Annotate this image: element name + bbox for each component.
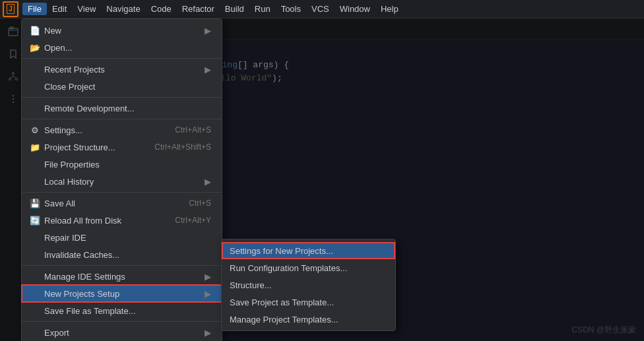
- menu-open[interactable]: 📂 Open...: [22, 39, 222, 56]
- menu-project-structure[interactable]: 📁 Project Structure... Ctrl+Alt+Shift+S: [22, 139, 222, 156]
- menu-repair-ide[interactable]: Repair IDE: [22, 229, 222, 246]
- menu-file-properties[interactable]: File Properties: [22, 156, 222, 173]
- menu-close-project[interactable]: Close Project: [22, 78, 222, 95]
- cache-icon: [30, 249, 40, 260]
- submenu-structure[interactable]: Structure...: [222, 276, 395, 294]
- menu-new-projects-setup[interactable]: New Projects Setup ▶: [22, 285, 222, 302]
- submenu-save-project-template[interactable]: Save Project as Template...: [222, 294, 395, 311]
- sep-1: [22, 58, 222, 59]
- menu-local-history[interactable]: Local History ▶: [22, 173, 222, 190]
- menu-remote-dev[interactable]: Remote Development...: [22, 100, 222, 117]
- menu-window[interactable]: Window: [335, 3, 375, 15]
- sep-5: [22, 265, 222, 266]
- menu-vcs[interactable]: VCS: [306, 3, 335, 15]
- menu-navigate[interactable]: Navigate: [101, 3, 145, 15]
- file-props-icon: [30, 159, 40, 170]
- remote-icon: [30, 103, 40, 113]
- menu-refactor[interactable]: Refactor: [177, 3, 220, 15]
- export-icon: [30, 327, 40, 338]
- repair-icon: [30, 232, 40, 243]
- menu-reload-disk[interactable]: 🔄 Reload All from Disk Ctrl+Alt+Y: [22, 212, 222, 229]
- reload-icon: 🔄: [30, 215, 40, 226]
- menu-code[interactable]: Code: [146, 3, 177, 15]
- manage-ide-icon: [30, 271, 40, 282]
- save-template-icon: [30, 305, 40, 316]
- menu-recent-projects[interactable]: Recent Projects ▶: [22, 61, 222, 78]
- menu-build[interactable]: Build: [220, 3, 249, 15]
- menu-invalidate-caches[interactable]: Invalidate Caches...: [22, 246, 222, 263]
- new-icon: 📄: [30, 25, 40, 36]
- open-icon: 📂: [30, 42, 40, 53]
- app-logo: J: [3, 1, 18, 17]
- menu-export[interactable]: Export ▶: [22, 324, 222, 341]
- submenu-manage-project-templates[interactable]: Manage Project Templates...: [222, 311, 395, 328]
- recent-icon: [30, 64, 40, 75]
- history-icon: [30, 176, 40, 187]
- file-menu-dropdown: 📄 New ▶ 📂 Open... Recent Projects ▶ Clos…: [21, 18, 222, 341]
- new-projects-submenu: Settings for New Projects... Run Configu…: [221, 239, 396, 331]
- menu-edit[interactable]: Edit: [47, 3, 72, 15]
- menu-file[interactable]: File: [22, 3, 47, 15]
- menu-tools[interactable]: Tools: [276, 3, 306, 15]
- menu-run[interactable]: Run: [249, 3, 276, 15]
- menu-settings[interactable]: ⚙ Settings... Ctrl+Alt+S: [22, 121, 222, 139]
- menu-new[interactable]: 📄 New ▶: [22, 22, 222, 39]
- new-projects-icon: [30, 288, 40, 299]
- menu-help[interactable]: Help: [375, 3, 404, 15]
- project-struct-icon: 📁: [30, 142, 40, 152]
- sep-2: [22, 97, 222, 98]
- sep-3: [22, 119, 222, 119]
- submenu-settings-new-projects[interactable]: Settings for New Projects...: [222, 242, 395, 259]
- menu-save-as-template[interactable]: Save File as Template...: [22, 302, 222, 319]
- settings-icon: ⚙: [30, 125, 40, 135]
- submenu-run-config-templates[interactable]: Run Configuration Templates...: [222, 259, 395, 276]
- save-all-icon: 💾: [30, 198, 40, 208]
- sep-4: [22, 192, 222, 193]
- menu-view[interactable]: View: [72, 3, 101, 15]
- sep-6: [22, 321, 222, 322]
- menubar: J File Edit View Navigate Code Refactor …: [0, 0, 644, 18]
- close-project-icon: [30, 81, 40, 92]
- menu-save-all[interactable]: 💾 Save All Ctrl+S: [22, 195, 222, 212]
- menu-manage-ide[interactable]: Manage IDE Settings ▶: [22, 268, 222, 285]
